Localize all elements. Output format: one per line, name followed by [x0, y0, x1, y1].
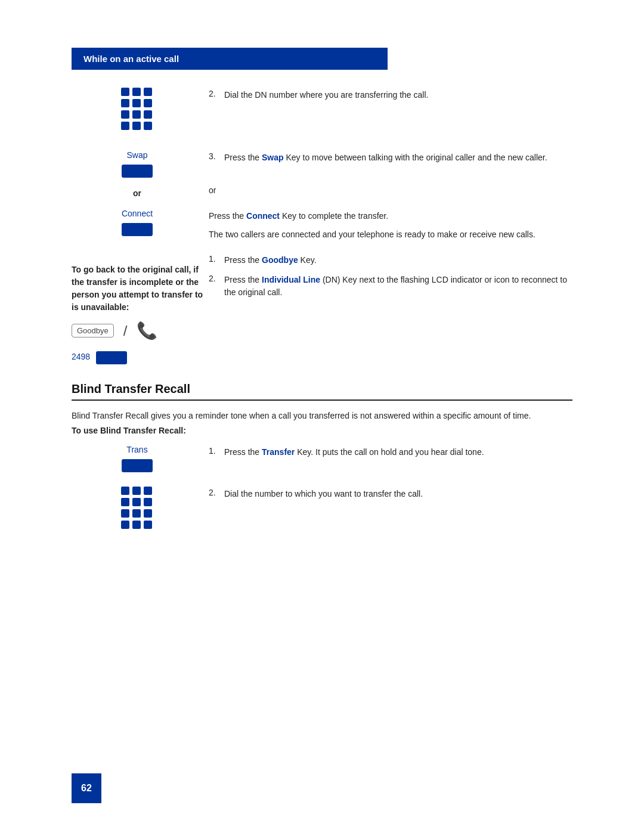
step3-text: Press the Swap Key to move between talki…: [224, 151, 547, 164]
step-dial-dn: 2. Dial the DN number where you are tran…: [72, 88, 572, 134]
dn-number: 2498: [72, 352, 90, 361]
goodbye-step-bold: Goodbye: [262, 255, 298, 265]
phone-icon: 📞: [137, 321, 157, 340]
step2-content: 2. Dial the DN number where you are tran…: [209, 88, 572, 101]
step3-number: 3.: [209, 151, 219, 161]
bt-step2: 2. Dial the number to which you want to …: [72, 487, 572, 532]
trans-step1-content: 1. Press the Transfer Key. It puts the c…: [209, 445, 572, 459]
swap-bold: Swap: [262, 153, 284, 162]
bt-step2-number: 2.: [209, 488, 219, 497]
connect-text: Press the Connect Key to complete the tr…: [209, 210, 572, 222]
connect-key-label: Connect: [122, 209, 153, 218]
dn-button-icon: [96, 351, 127, 364]
transfer-bold: Transfer: [262, 447, 295, 457]
slash-divider: /: [123, 323, 128, 339]
bt-step1-text: Press the Transfer Key. It puts the call…: [224, 446, 484, 459]
keypad-icon-area: [72, 88, 203, 134]
section-header: While on an active call: [72, 48, 388, 70]
warning-steps: 1. Press the Goodbye Key. 2. Press the I…: [209, 253, 572, 299]
warning-text: To go back to the original call, if the …: [72, 264, 209, 314]
page-number-badge: 62: [72, 773, 101, 803]
blind-transfer-title: Blind Transfer Recall: [72, 382, 572, 401]
individual-step-text: Press the Individual Line (DN) Key next …: [224, 274, 572, 299]
goodbye-icon-row: Goodbye / 📞: [72, 321, 157, 340]
bt-step1-number: 1.: [209, 446, 219, 456]
or-label-left: or: [133, 188, 141, 198]
connect-button-icon: [122, 223, 153, 236]
blind-transfer-instruction: To use Blind Transfer Recall:: [72, 426, 572, 435]
goodbye-box: Goodbye: [72, 324, 114, 337]
individual-step-number: 2.: [209, 274, 219, 283]
or-divider-row: or or: [72, 184, 572, 203]
goodbye-step-text: Press the Goodbye Key.: [224, 254, 317, 267]
header-title: While on an active call: [83, 54, 179, 64]
or-left: or: [72, 184, 203, 203]
swap-key-area: Swap: [72, 150, 203, 178]
dn-row: 2498: [72, 349, 127, 364]
step-connect: Connect Press the Connect Key to complet…: [72, 209, 572, 241]
warning-left: To go back to the original call, if the …: [72, 253, 203, 364]
goodbye-step: 1. Press the Goodbye Key.: [209, 254, 572, 267]
bt-keypad-area: [72, 487, 203, 532]
individual-line-bold: Individual Line: [262, 275, 320, 284]
swap-key-label: Swap: [126, 150, 147, 160]
bt-step2-text: Dial the number to which you want to tra…: [224, 488, 423, 500]
goodbye-step-number: 1.: [209, 254, 219, 264]
trans-button-icon: [122, 459, 153, 472]
bt-step2-content: 2. Dial the number to which you want to …: [209, 487, 572, 500]
step-swap: Swap 3. Press the Swap Key to move betwe…: [72, 150, 572, 178]
step3-content: 3. Press the Swap Key to move between ta…: [209, 150, 572, 164]
or-right: or: [209, 184, 572, 195]
warning-section: To go back to the original call, if the …: [72, 253, 572, 364]
goodbye-label: Goodbye: [77, 326, 109, 335]
connect-note: The two callers are connected and your t…: [209, 228, 572, 241]
keypad-grid: [121, 88, 153, 131]
trans-key-label: Trans: [126, 445, 147, 454]
trans-step1: Trans 1. Press the Transfer Key. It puts…: [72, 445, 572, 472]
warning-steps-list: 1. Press the Goodbye Key. 2. Press the I…: [209, 254, 572, 299]
step2-number: 2.: [209, 89, 219, 98]
connect-key-area: Connect: [72, 209, 203, 236]
swap-button-icon: [122, 165, 153, 178]
individual-line-step: 2. Press the Individual Line (DN) Key ne…: [209, 274, 572, 299]
page-number: 62: [81, 783, 92, 794]
bt-keypad-grid: [121, 487, 153, 530]
trans-key-area: Trans: [72, 445, 203, 472]
connect-content: Press the Connect Key to complete the tr…: [209, 209, 572, 241]
step2-text: Dial the DN number where you are transfe…: [224, 89, 428, 101]
blind-transfer-desc: Blind Transfer Recall gives you a remind…: [72, 409, 572, 422]
or-label-right: or: [209, 183, 216, 195]
connect-link: Connect: [246, 211, 280, 221]
